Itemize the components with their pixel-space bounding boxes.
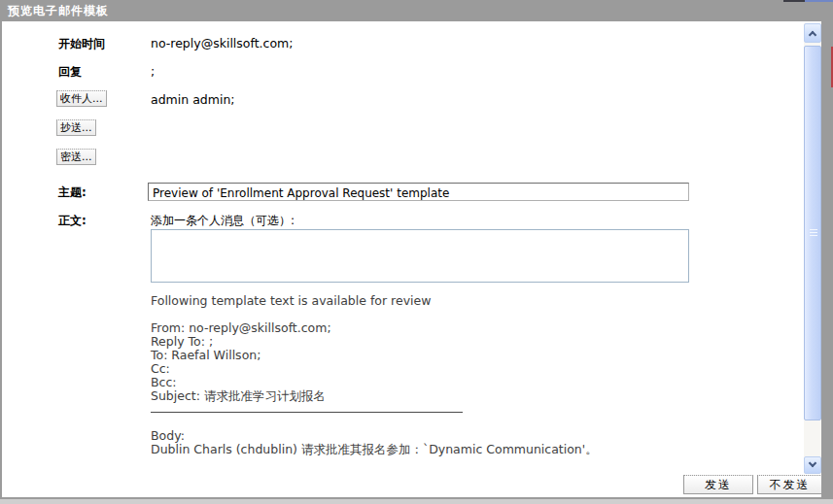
dialog-content: 开始时间 no-reply@skillsoft.com; 回复 ; 收件人...… bbox=[2, 21, 821, 497]
to-value: admin admin; bbox=[151, 92, 235, 107]
vertical-scrollbar[interactable] bbox=[804, 23, 821, 474]
personal-message-label: 添加一条个人消息（可选）: bbox=[151, 213, 295, 229]
scroll-down-button[interactable] bbox=[804, 456, 821, 474]
preview-from-line: From: no-reply@skillsoft.com; bbox=[151, 321, 734, 335]
cc-button[interactable]: 抄送... bbox=[56, 119, 96, 136]
preview-intro: Following template text is available for… bbox=[151, 294, 734, 308]
preview-subject-line: Subject: 请求批准学习计划报名 bbox=[151, 389, 734, 403]
body-label: 正文: bbox=[58, 213, 87, 229]
scroll-up-button[interactable] bbox=[804, 23, 821, 43]
preview-body-text: Dublin Charls (chdublin) 请求批准其报名参加：`Dyna… bbox=[151, 443, 734, 456]
reply-value: ; bbox=[151, 64, 155, 79]
bcc-button[interactable]: 密送... bbox=[56, 149, 96, 165]
reply-label: 回复 bbox=[58, 64, 82, 81]
preview-replyto-line: Reply To: ; bbox=[151, 335, 734, 349]
template-preview: Following template text is available for… bbox=[151, 294, 734, 456]
personal-message-textarea[interactable] bbox=[151, 229, 689, 283]
chevron-down-icon bbox=[809, 459, 816, 467]
to-button[interactable]: 收件人... bbox=[56, 90, 107, 107]
scrollbar-thumb[interactable] bbox=[804, 46, 821, 420]
subject-label: 主题: bbox=[58, 185, 87, 201]
preview-body-label: Body: bbox=[151, 429, 734, 443]
preview-cc-line: Cc: bbox=[151, 362, 734, 376]
from-value: no-reply@skillsoft.com; bbox=[151, 36, 293, 50]
preview-bcc-line: Bcc: bbox=[151, 376, 734, 389]
dont-send-button[interactable]: 不发送 bbox=[757, 475, 821, 494]
preview-to-line: To: Raefal Willson; bbox=[151, 349, 734, 362]
subject-input[interactable] bbox=[148, 183, 689, 201]
dialog-title: 预览电子邮件模板 bbox=[0, 0, 821, 21]
from-label: 开始时间 bbox=[58, 36, 105, 52]
send-button[interactable]: 发送 bbox=[683, 475, 753, 494]
chevron-up-icon bbox=[809, 31, 816, 39]
preview-divider bbox=[151, 412, 463, 413]
scrollbar-grip-icon bbox=[810, 229, 817, 238]
screen-edge-artifact bbox=[783, 0, 805, 2]
window-bottom-edge bbox=[0, 499, 833, 504]
screen-edge-artifact bbox=[805, 0, 833, 2]
dialog-frame: 预览电子邮件模板 开始时间 no-reply@skillsoft.com; 回复… bbox=[0, 0, 833, 504]
